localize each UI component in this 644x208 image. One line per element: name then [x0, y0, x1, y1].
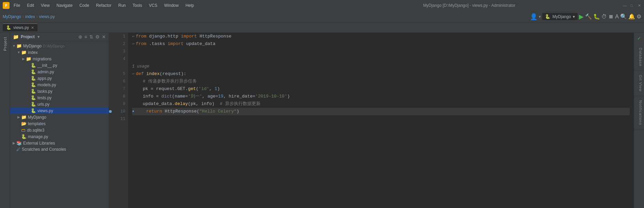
space-8: [159, 93, 161, 100]
tree-item-index[interactable]: ▼ 📁 index: [10, 49, 109, 56]
menu-navigate[interactable]: Navigate: [55, 2, 74, 9]
tab-close-button[interactable]: ✕: [31, 26, 34, 30]
label-external-libs: External Libraries: [23, 141, 55, 146]
tree-item-db[interactable]: 🗃 db.sqlite3: [10, 127, 109, 133]
update-button[interactable]: 🔔: [628, 13, 635, 20]
sidebar-header-icons[interactable]: ⊕ ≡ ⇅ ⚙ ✕: [78, 34, 106, 40]
menu-bar[interactable]: File Edit View Navigate Code Refactor Ru…: [12, 2, 317, 9]
run-config-icon: 🐍: [545, 14, 550, 19]
tree-item-migrations[interactable]: ▶ 📁 migrations: [10, 56, 109, 62]
run-configuration[interactable]: 🐍 MyDjango ▾: [542, 13, 578, 20]
window-controls[interactable]: — □ ✕: [622, 3, 641, 8]
code-line-1: ↩ from django.http import HttpResponse: [132, 33, 630, 40]
code-content[interactable]: ↩ from django.http import HttpResponse ↩…: [128, 33, 634, 208]
breadcrumb-module[interactable]: index: [25, 14, 35, 19]
search-button[interactable]: 🔍: [620, 13, 627, 20]
tree-item-models[interactable]: 🐍 models.py: [10, 81, 109, 88]
menu-refactor[interactable]: Refactor: [95, 2, 113, 9]
menu-code[interactable]: Code: [78, 2, 91, 9]
menu-run[interactable]: Run: [117, 2, 127, 9]
close-button[interactable]: ✕: [637, 3, 641, 8]
close-panel-icon[interactable]: ✕: [102, 34, 106, 40]
tree-item-templates[interactable]: 📂 templates: [10, 120, 109, 127]
ln-5: 5: [114, 70, 125, 78]
run-config-label: MyDjango: [552, 14, 571, 19]
tree-item-init[interactable]: 🐍 __init__.py: [10, 62, 109, 69]
comment-6: # 传递参数并执行异步任务: [132, 78, 197, 85]
code-editor-area[interactable]: 1 2 3 4 · 5 6 7 8 9 10 11 ↩ from django.…: [109, 33, 634, 208]
menu-file[interactable]: File: [12, 2, 21, 9]
menu-view[interactable]: View: [40, 2, 51, 9]
var-update-data: update_data: [132, 100, 172, 108]
label-scratches: Scratches and Consoles: [22, 147, 66, 152]
py-icon-urls: 🐍: [31, 102, 36, 107]
bp-usage: [109, 63, 112, 70]
menu-edit[interactable]: Edit: [26, 2, 35, 9]
menu-tools[interactable]: Tools: [131, 2, 143, 9]
tree-item-apps[interactable]: 🐍 apps.py: [10, 75, 109, 81]
code-editor[interactable]: 1 2 3 4 · 5 6 7 8 9 10 11 ↩ from django.…: [109, 33, 634, 208]
mod-tasks: .tasks: [149, 40, 168, 48]
tree-item-admin[interactable]: 🐍 admin.py: [10, 69, 109, 75]
notifications-panel-button[interactable]: Notifications: [634, 96, 644, 130]
fn-get: get: [188, 85, 196, 93]
tree-item-views[interactable]: 🐍 views.py: [10, 107, 109, 114]
tab-filename: views.py: [13, 25, 29, 30]
sort-icon[interactable]: ⇅: [89, 34, 93, 40]
menu-window[interactable]: Window: [163, 2, 180, 9]
tree-item-tasks[interactable]: 🐍 tasks.py: [10, 88, 109, 94]
locate-file-icon[interactable]: ⊕: [78, 34, 82, 40]
tree-item-urls[interactable]: 🐍 urls.py: [10, 101, 109, 107]
punc-rp-10: ): [237, 108, 239, 115]
run-button[interactable]: ▶: [579, 13, 584, 20]
bp-8: [109, 93, 112, 100]
minimize-button[interactable]: —: [622, 3, 626, 8]
eq-7: =: [151, 85, 154, 93]
settings-icon[interactable]: ⚙: [95, 34, 100, 40]
window-title: MyDjango [D:\MyDjango] - views.py - Admi…: [317, 3, 622, 8]
build-button[interactable]: 🔨: [585, 13, 592, 20]
bp-1: [109, 33, 112, 40]
database-panel-button[interactable]: Database: [634, 44, 644, 71]
arrow-external-libs: ▶: [12, 141, 16, 145]
breadcrumb: MyDjango › index › views.py: [3, 14, 55, 19]
tree-item-tests[interactable]: 🐍 tests.py: [10, 94, 109, 101]
ln-1: 1: [114, 33, 125, 40]
ln-9: 9: [114, 100, 125, 108]
breadcrumb-project[interactable]: MyDjango: [3, 14, 21, 19]
tree-item-mydjango-root[interactable]: ▼ 📁 MyDjango D:\MyDjango: [10, 43, 109, 49]
coverage-button[interactable]: ⏱: [601, 14, 607, 20]
tab-views-py[interactable]: 🐍 views.py ✕: [3, 24, 37, 31]
breadcrumb-file[interactable]: views.py: [39, 14, 55, 19]
gitview-panel-button[interactable]: Git View: [634, 71, 644, 96]
tree-item-manage[interactable]: 🐍 manage.py: [10, 133, 109, 140]
debug-button[interactable]: 🐛: [593, 13, 600, 20]
label-mydjango-root: MyDjango: [23, 44, 42, 48]
check-status-icon[interactable]: ✓: [637, 33, 641, 44]
menu-help[interactable]: Help: [184, 2, 195, 9]
settings-button[interactable]: ⚙: [637, 13, 641, 20]
sidebar: 📁 Project ▼ ⊕ ≡ ⇅ ⚙ ✕ ▼ 📁 MyDjango D:\My…: [10, 33, 109, 208]
sidebar-header-title: Project: [21, 34, 35, 39]
toolbar-right: 👤 ▾ 🐍 MyDjango ▾ ▶ 🔨 🐛 ⏱ ⏹ A 🔍 🔔 ⚙: [530, 13, 641, 20]
punc-lp-10: (: [197, 108, 199, 115]
line-numbers: 1 2 3 4 · 5 6 7 8 9 10 11: [112, 33, 128, 208]
label-manage: manage.py: [28, 134, 48, 139]
py-icon-init: 🐍: [31, 63, 36, 68]
dot-7b: .: [185, 85, 188, 93]
menu-vcs[interactable]: VCS: [147, 2, 159, 9]
stop-button[interactable]: ⏹: [608, 14, 614, 20]
bi-dict: dict: [161, 93, 172, 100]
maximize-button[interactable]: □: [629, 3, 634, 8]
project-panel-strip[interactable]: Project: [0, 33, 10, 208]
punc-c-9: ,: [196, 100, 201, 108]
ln-3: 3: [114, 48, 125, 55]
translate-button[interactable]: A: [615, 14, 619, 20]
avatar-icon[interactable]: 👤: [530, 13, 537, 20]
tree-item-external-libs[interactable]: ▶ 📚 External Libraries: [10, 140, 109, 146]
bp-6: [109, 78, 112, 85]
tree-item-scratches[interactable]: 🖊 Scratches and Consoles: [10, 146, 109, 152]
punc-lp-9: (: [188, 100, 191, 108]
collapse-all-icon[interactable]: ≡: [84, 34, 87, 40]
tree-item-mydjango-inner[interactable]: ▶ 📁 MyDjango: [10, 114, 109, 120]
